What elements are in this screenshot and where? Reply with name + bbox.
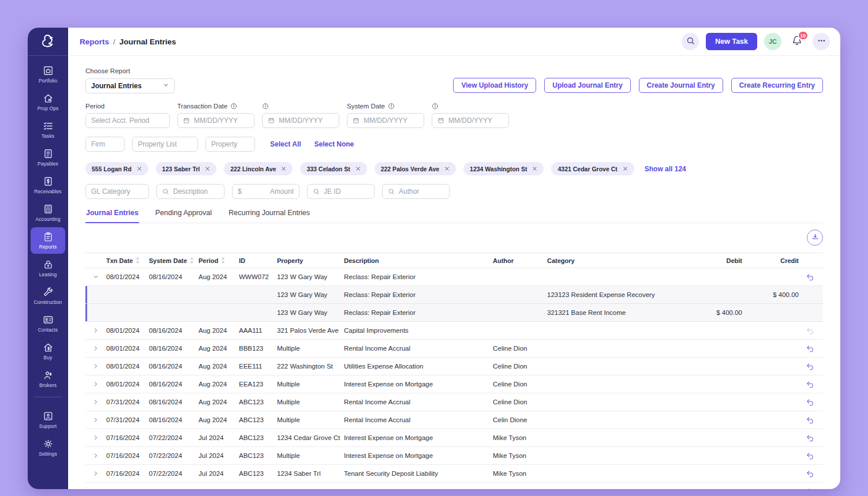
expand-row-button[interactable] — [85, 416, 106, 423]
undo-entry-button[interactable] — [799, 416, 823, 424]
undo-entry-button[interactable] — [799, 487, 823, 490]
expand-row-button[interactable] — [85, 345, 106, 352]
table-row: 07/31/202408/16/2024Aug 2024ABC123Multip… — [85, 393, 823, 411]
sidebar-item-support[interactable]: Support — [31, 407, 65, 433]
system-date-from-input[interactable] — [364, 117, 418, 125]
choose-report-label: Choose Report — [85, 67, 823, 75]
breadcrumb-reports-link[interactable]: Reports — [80, 37, 109, 46]
upload-journal-entry-button[interactable]: Upload Journal Entry — [544, 78, 630, 93]
expand-row-button[interactable] — [85, 452, 106, 459]
author-input[interactable] — [399, 187, 444, 196]
gl-category-select[interactable]: GL Category — [85, 184, 149, 199]
sidebar-item-brokers[interactable]: Brokers — [31, 366, 65, 392]
avatar[interactable]: JC — [764, 33, 781, 50]
expand-row-button[interactable] — [85, 327, 106, 334]
close-icon[interactable] — [444, 166, 450, 171]
close-icon[interactable] — [137, 166, 142, 171]
expand-row-button[interactable] — [85, 381, 106, 388]
report-select[interactable]: Journal Entries — [85, 78, 175, 93]
expand-row-button[interactable] — [85, 399, 106, 405]
undo-entry-button[interactable] — [799, 434, 823, 442]
brand-logo[interactable] — [28, 28, 68, 56]
sidebar-item-buy[interactable]: Buy — [31, 338, 65, 365]
sidebar-item-reports[interactable]: Reports — [31, 227, 65, 254]
search-button[interactable] — [682, 33, 699, 50]
property-select[interactable]: Property — [205, 137, 255, 152]
column-header-period[interactable]: Period — [199, 257, 239, 264]
undo-entry-button[interactable] — [799, 362, 823, 371]
description-filter[interactable] — [156, 184, 225, 199]
show-all-link[interactable]: Show all 124 — [645, 165, 686, 173]
undo-entry-button[interactable] — [799, 469, 823, 478]
undo-entry-button[interactable] — [799, 380, 823, 389]
column-header-system-date[interactable]: System Date — [149, 257, 199, 264]
amount-input[interactable] — [246, 187, 294, 196]
chip-label: 123 Saber Trl — [162, 166, 200, 172]
system-date-from[interactable] — [347, 113, 424, 128]
close-icon[interactable] — [532, 166, 537, 171]
chevron-down-icon — [163, 82, 169, 90]
system-date-to-input[interactable] — [448, 117, 503, 125]
sidebar-item-settings[interactable]: Settings — [31, 434, 65, 461]
create-recurring-entry-button[interactable]: Create Recurring Entry — [731, 78, 823, 93]
undo-entry-button[interactable] — [799, 398, 823, 407]
cell-txn-date: 07/16/2024 — [106, 452, 149, 459]
download-button[interactable] — [807, 230, 823, 246]
sidebar-item-receivables[interactable]: Receivables — [31, 172, 65, 198]
tab-pending-approval[interactable]: Pending Approval — [155, 209, 212, 223]
close-icon[interactable] — [623, 166, 628, 171]
je-id-input[interactable] — [324, 187, 369, 196]
cell-property: 123 W Gary Way — [277, 309, 344, 316]
undo-entry-button[interactable] — [799, 344, 823, 353]
new-task-button[interactable]: New Task — [706, 33, 757, 50]
close-icon[interactable] — [356, 166, 361, 171]
period-select[interactable]: Select Acct. Period — [85, 113, 170, 128]
undo-entry-button[interactable] — [799, 273, 823, 281]
property-list-select[interactable]: Property List — [132, 137, 198, 152]
expand-row-button[interactable] — [85, 470, 106, 477]
cell-description: Rental Income Accrual — [344, 416, 493, 423]
undo-entry-button[interactable] — [799, 452, 823, 460]
close-icon[interactable] — [281, 166, 286, 171]
column-header-txn-date[interactable]: Txn Date — [106, 257, 149, 264]
transaction-date-to-input[interactable] — [279, 117, 334, 125]
amount-filter[interactable]: $ — [232, 184, 300, 199]
sidebar-item-portfolio[interactable]: Portfolio — [31, 61, 65, 88]
more-menu-button[interactable] — [813, 33, 830, 50]
column-label: ID — [239, 257, 245, 264]
transaction-date-from[interactable] — [177, 113, 255, 128]
close-icon[interactable] — [205, 166, 210, 171]
reports-icon — [43, 231, 54, 242]
select-all-link[interactable]: Select All — [270, 140, 301, 148]
search-filters: GL Category$ — [85, 184, 823, 199]
chevron-right-icon — [92, 452, 99, 459]
select-none-link[interactable]: Select None — [315, 140, 354, 148]
sidebar-item-construction[interactable]: Construction — [31, 283, 65, 309]
tab-recurring-journal-entries[interactable]: Recurring Journal Entries — [228, 209, 310, 223]
cell-period: Jul 2024 — [199, 434, 239, 441]
column-label: Author — [493, 257, 514, 264]
je-id-filter[interactable] — [307, 184, 375, 199]
system-date-to[interactable] — [432, 113, 509, 128]
sidebar-item-payables[interactable]: Payables — [31, 144, 65, 171]
sidebar-item-prop-ops[interactable]: Prop Ops — [31, 89, 65, 115]
expand-row-button[interactable] — [85, 363, 106, 370]
sidebar-item-tasks[interactable]: Tasks — [31, 117, 65, 143]
transaction-date-from-input[interactable] — [194, 117, 249, 125]
view-upload-history-button[interactable]: View Upload History — [453, 78, 536, 93]
sidebar-item-leasing[interactable]: Leasing — [31, 255, 65, 281]
description-input[interactable] — [173, 187, 219, 196]
author-filter[interactable] — [382, 184, 450, 199]
notifications-button[interactable]: 10 — [788, 33, 806, 50]
tab-journal-entries[interactable]: Journal Entries — [85, 209, 139, 223]
expand-row-button[interactable] — [85, 488, 106, 489]
search-icon — [162, 188, 169, 195]
sidebar-item-contacts[interactable]: Contacts — [31, 310, 65, 337]
firm-select[interactable]: Firm — [85, 137, 125, 152]
expand-row-button[interactable] — [85, 434, 106, 441]
collapse-row-button[interactable] — [85, 273, 106, 280]
cell-system-date: 08/16/2024 — [149, 345, 199, 352]
create-journal-entry-button[interactable]: Create Journal Entry — [639, 78, 723, 93]
transaction-date-to[interactable] — [262, 113, 339, 128]
sidebar-item-accounting[interactable]: Accounting — [31, 200, 65, 226]
